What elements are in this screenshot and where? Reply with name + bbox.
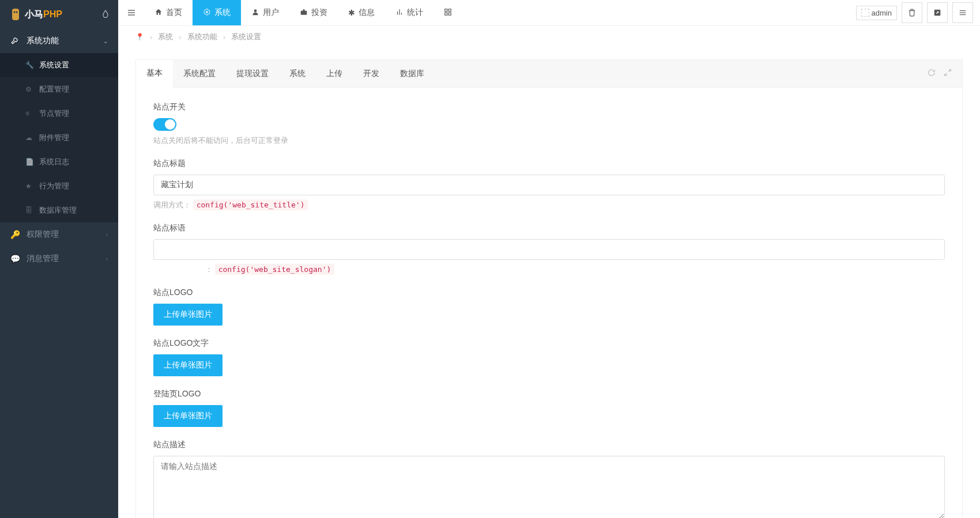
field-site-switch: 站点开关 站点关闭后将不能访问，后台可正常登录 (153, 102, 945, 146)
breadcrumb: 📍 › 系统 › 系统功能 › 系统设置 (118, 26, 980, 48)
field-site-logo-text: 站点LOGO文字 上传单张图片 (153, 338, 945, 376)
tab-dev[interactable]: 开发 (353, 61, 390, 87)
sidebar-item-system-log[interactable]: 📄 系统日志 (0, 150, 118, 174)
sidebar-item-attachment-mgmt[interactable]: ☁ 附件管理 (0, 126, 118, 150)
sidebar-item-label: 配置管理 (39, 84, 69, 94)
tab-basic[interactable]: 基本 (136, 60, 173, 88)
form-body: 站点开关 站点关闭后将不能访问，后台可正常登录 站点标题 调用方式： confi… (136, 88, 962, 518)
tab-database[interactable]: 数据库 (390, 61, 435, 87)
top-nav-user[interactable]: 用户 (241, 0, 289, 25)
upload-site-logo-button[interactable]: 上传单张图片 (153, 304, 223, 326)
hint-prefix: 调用方式： (153, 201, 191, 209)
field-hint: 调用方式： config('web_site_title') (153, 200, 945, 210)
top-nav-home[interactable]: 首页 (144, 0, 193, 25)
top-nav-label: 信息 (359, 7, 375, 18)
breadcrumb-item[interactable]: 系统 (158, 32, 173, 42)
top-nav-label: 首页 (166, 7, 182, 18)
top-nav-grid[interactable] (434, 0, 462, 25)
svg-point-2 (16, 12, 18, 13)
top-nav-system[interactable]: 系统 (193, 0, 241, 25)
sidebar-section-permission[interactable]: 🔑 权限管理 ‹ (0, 222, 118, 247)
breadcrumb-sep: › (223, 33, 225, 41)
expand-icon[interactable] (944, 69, 952, 78)
tabs: 基本 系统配置 提现设置 系统 上传 开发 数据库 (136, 60, 962, 88)
breadcrumb-current: 系统设置 (231, 32, 261, 42)
sidebar: 小马PHP 系统功能 ⌄ 🔧 系统设置 ⚙ 配置管理 (0, 0, 118, 518)
logo: 小马PHP (0, 0, 118, 29)
sidebar-item-config-mgmt[interactable]: ⚙ 配置管理 (0, 77, 118, 101)
sidebar-item-label: 附件管理 (39, 133, 69, 143)
svg-rect-8 (301, 10, 307, 14)
field-label: 站点LOGO文字 (153, 338, 945, 349)
site-desc-textarea[interactable] (153, 456, 945, 518)
tab-system[interactable]: 系统 (279, 61, 316, 87)
refresh-icon[interactable] (928, 69, 936, 78)
star-icon: ★ (25, 182, 33, 190)
chevron-left-icon: ‹ (106, 232, 108, 238)
field-site-logo: 站点LOGO 上传单张图片 (153, 288, 945, 326)
admin-label: admin (872, 9, 892, 17)
external-link-button[interactable] (927, 2, 948, 23)
top-nav-invest[interactable]: 投资 (289, 0, 338, 25)
field-site-title: 站点标题 调用方式： config('web_site_title') (153, 158, 945, 210)
main: 首页 系统 用户 投资 ✱ 信息 (118, 0, 980, 518)
chevron-left-icon: ‹ (106, 256, 108, 262)
sidebar-section-label: 消息管理 (27, 254, 59, 264)
field-site-slogan: 站点标语 ： config('web_site_slogan') (153, 223, 945, 275)
sidebar-item-database-mgmt[interactable]: 🗄 数据库管理 (0, 198, 118, 222)
site-slogan-input[interactable] (153, 239, 945, 260)
sidebar-item-system-settings[interactable]: 🔧 系统设置 (0, 53, 118, 77)
droplet-icon[interactable] (101, 10, 110, 20)
breadcrumb-item[interactable]: 系统功能 (187, 32, 217, 42)
svg-rect-14 (445, 13, 447, 15)
sidebar-item-action-mgmt[interactable]: ★ 行为管理 (0, 174, 118, 198)
field-site-desc: 站点描述 (153, 440, 945, 518)
upload-site-logo-text-button[interactable]: 上传单张图片 (153, 354, 223, 376)
hint-code: config('web_site_title') (193, 199, 308, 210)
tab-upload[interactable]: 上传 (316, 61, 353, 87)
menu-toggle[interactable] (118, 0, 144, 25)
hint-prefix: ： (205, 265, 213, 274)
site-title-input[interactable] (153, 175, 945, 195)
topbar: 首页 系统 用户 投资 ✱ 信息 (118, 0, 980, 26)
top-nav-label: 用户 (263, 7, 279, 18)
top-nav-label: 统计 (407, 7, 423, 18)
tab-system-config[interactable]: 系统配置 (173, 61, 226, 87)
field-label: 站点标题 (153, 158, 945, 169)
settings-panel: 基本 系统配置 提现设置 系统 上传 开发 数据库 (135, 59, 963, 518)
field-label: 站点描述 (153, 440, 945, 450)
field-label: 站点LOGO (153, 288, 945, 298)
tab-withdraw[interactable]: 提现设置 (226, 61, 279, 87)
svg-point-6 (206, 11, 208, 13)
admin-badge[interactable]: admin (856, 6, 897, 20)
top-nav-stats[interactable]: 统计 (385, 0, 434, 25)
trash-button[interactable] (902, 2, 922, 23)
field-label: 站点标语 (153, 223, 945, 233)
list-button[interactable] (952, 2, 973, 23)
upload-login-logo-button[interactable]: 上传单张图片 (153, 405, 223, 427)
svg-line-21 (945, 73, 947, 75)
chart-icon (395, 8, 404, 18)
hint-code: config('web_site_slogan') (215, 264, 335, 275)
svg-point-7 (254, 9, 257, 12)
field-hint: ： config('web_site_slogan') (153, 264, 945, 275)
top-nav: 首页 系统 用户 投资 ✱ 信息 (144, 0, 462, 25)
sliders-icon: ⚙ (25, 85, 33, 93)
sidebar-item-node-mgmt[interactable]: ≡ 节点管理 (0, 101, 118, 126)
gear-icon (203, 8, 211, 18)
grid-icon (444, 8, 452, 18)
sidebar-item-label: 数据库管理 (39, 205, 77, 215)
svg-rect-13 (448, 9, 451, 11)
wrench-icon (10, 36, 20, 46)
topbar-right: admin (856, 0, 980, 25)
sidebar-nav: 系统功能 ⌄ 🔧 系统设置 ⚙ 配置管理 ≡ 节点管理 ☁ 附件管理 (0, 29, 118, 518)
user-icon (251, 8, 259, 18)
cloud-icon: ☁ (25, 134, 33, 142)
sidebar-section-message[interactable]: 💬 消息管理 ‹ (0, 247, 118, 271)
field-login-logo: 登陆页LOGO 上传单张图片 (153, 389, 945, 427)
briefcase-icon (300, 8, 308, 18)
sidebar-section-system-func[interactable]: 系统功能 ⌄ (0, 29, 118, 53)
database-icon: 🗄 (25, 206, 33, 214)
site-switch-toggle[interactable] (153, 118, 176, 131)
top-nav-info[interactable]: ✱ 信息 (338, 0, 385, 25)
